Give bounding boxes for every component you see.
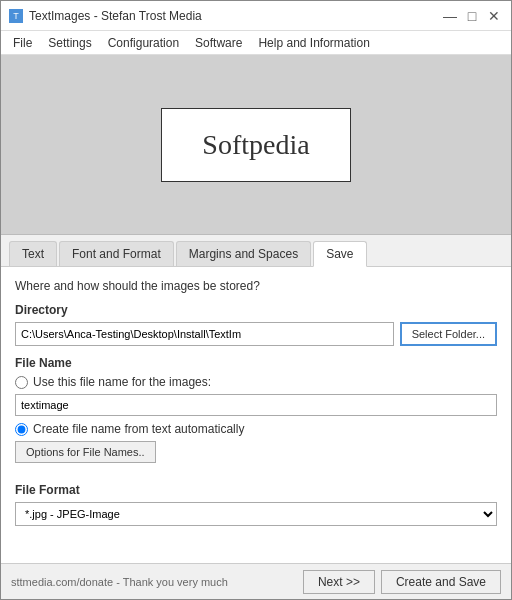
title-bar-left: T TextImages - Stefan Trost Media [9, 9, 202, 23]
menu-bar: File Settings Configuration Software Hel… [1, 31, 511, 55]
filename-radio2[interactable] [15, 423, 28, 436]
title-controls: — □ ✕ [441, 7, 503, 25]
status-text: sttmedia.com/donate - Thank you very muc… [11, 576, 228, 588]
section-description: Where and how should the images be store… [15, 279, 497, 293]
directory-row: Select Folder... [15, 322, 497, 346]
filename-radio1[interactable] [15, 376, 28, 389]
bottom-buttons: Next >> Create and Save [303, 570, 501, 594]
app-icon: T [9, 9, 23, 23]
menu-item-settings[interactable]: Settings [40, 33, 99, 53]
filename-radio1-label: Use this file name for the images: [33, 375, 211, 389]
filename-radio2-row: Create file name from text automatically [15, 422, 497, 436]
menu-item-file[interactable]: File [5, 33, 40, 53]
tabs-bar: Text Font and Format Margins and Spaces … [1, 235, 511, 267]
filename-radio1-row: Use this file name for the images: [15, 375, 497, 389]
format-select[interactable]: *.jpg - JPEG-Image *.png - PNG-Image *.b… [15, 502, 497, 526]
preview-text: Softpedia [202, 129, 309, 160]
title-bar: T TextImages - Stefan Trost Media — □ ✕ [1, 1, 511, 31]
filename-input[interactable] [15, 394, 497, 416]
close-button[interactable]: ✕ [485, 7, 503, 25]
main-content: Where and how should the images be store… [1, 267, 511, 599]
options-for-filenames-button[interactable]: Options for File Names.. [15, 441, 156, 463]
menu-item-software[interactable]: Software [187, 33, 250, 53]
tab-save[interactable]: Save [313, 241, 366, 267]
next-button[interactable]: Next >> [303, 570, 375, 594]
tab-margins-spaces[interactable]: Margins and Spaces [176, 241, 311, 266]
minimize-button[interactable]: — [441, 7, 459, 25]
preview-area: Softpedia [1, 55, 511, 235]
select-folder-button[interactable]: Select Folder... [400, 322, 497, 346]
tab-font-format[interactable]: Font and Format [59, 241, 174, 266]
preview-image: Softpedia [161, 108, 350, 182]
menu-item-configuration[interactable]: Configuration [100, 33, 187, 53]
directory-input[interactable] [15, 322, 394, 346]
app-window: T TextImages - Stefan Trost Media — □ ✕ … [0, 0, 512, 600]
filename-label: File Name [15, 356, 497, 370]
menu-item-help[interactable]: Help and Information [250, 33, 377, 53]
format-label: File Format [15, 483, 497, 497]
bottom-bar: sttmedia.com/donate - Thank you very muc… [1, 563, 511, 599]
directory-label: Directory [15, 303, 497, 317]
maximize-button[interactable]: □ [463, 7, 481, 25]
create-and-save-button[interactable]: Create and Save [381, 570, 501, 594]
window-title: TextImages - Stefan Trost Media [29, 9, 202, 23]
filename-radio2-label: Create file name from text automatically [33, 422, 244, 436]
tab-text[interactable]: Text [9, 241, 57, 266]
